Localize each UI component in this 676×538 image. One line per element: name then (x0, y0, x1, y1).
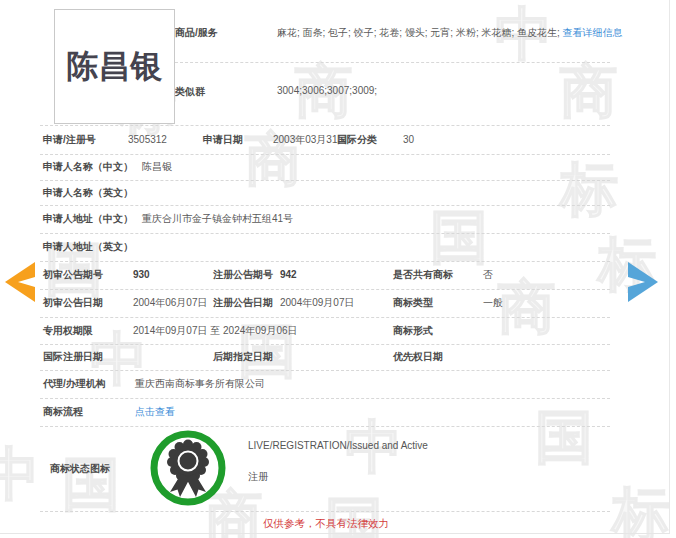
page-right-border (669, 0, 670, 533)
rosette-award-icon (148, 428, 228, 508)
table-row: 申请人地址（英文） (40, 233, 610, 262)
watermark-glyph: 标 (612, 485, 670, 538)
field-value: 30 (403, 126, 414, 154)
watermark-glyph: 中 (0, 445, 40, 503)
trademark-detail-page: 中 商 商 标 商 标 国 国 标 商 国 中 中 国 中 国 商 国 标 陈昌… (0, 0, 676, 538)
click-to-view-link[interactable]: 点击查看 (135, 398, 175, 426)
field-value: 942 (280, 261, 297, 289)
field-label: 申请人名称（英文） (43, 180, 133, 205)
similar-group-value: 3004;3006;3007;3009; (277, 85, 377, 96)
field-label: 后期指定日期 (213, 344, 273, 370)
table-row: 申请人名称（英文） (40, 180, 610, 206)
disclaimer-text: 仅供参考，不具有法律效力 (263, 517, 389, 531)
status-text-english: LIVE/REGISTRATION/Issued and Active (248, 439, 428, 453)
goods-services-value: 麻花; 面条; 包子; 饺子; 花卷; 馒头; 元宵; 米粉; 米花糖; 鱼皮花… (277, 26, 623, 40)
table-row: 国际注册日期 后期指定日期 优先权日期 (40, 344, 610, 371)
field-value: 2004年09月07日 (280, 289, 355, 317)
field-value: 陈昌银 (142, 154, 172, 180)
field-label: 优先权日期 (393, 344, 443, 370)
previous-arrow-icon[interactable] (5, 262, 35, 302)
table-row: 申请/注册号 3505312 申请日期 2003年03月31日 国际分类 30 (40, 126, 610, 155)
field-label: 注册公告期号 (213, 261, 273, 289)
status-text-chinese: 注册 (248, 470, 268, 484)
field-value: 2004年06月07日 (133, 289, 208, 317)
status-badge (148, 428, 228, 538)
field-label: 代理/办理机构 (43, 370, 106, 398)
next-arrow-icon[interactable] (628, 262, 658, 302)
field-label: 商标类型 (393, 289, 433, 317)
field-label: 注册公告日期 (213, 289, 273, 317)
separator-line (175, 62, 610, 63)
table-row: 初审公告日期 2004年06月07日 注册公告日期 2004年09月07日 商标… (40, 289, 610, 318)
field-label: 申请人名称（中文） (43, 154, 133, 180)
page-bottom-border (0, 533, 670, 534)
field-value: 重庆西南商标事务所有限公司 (135, 370, 265, 398)
trademark-image: 陈昌银 (54, 9, 175, 124)
field-label: 国际注册日期 (43, 344, 103, 370)
watermark-glyph: 商 (560, 62, 618, 120)
field-label: 初审公告日期 (43, 289, 103, 317)
similar-group-label: 类似群 (175, 85, 205, 99)
field-value: 否 (483, 261, 493, 289)
table-row: 申请人名称（中文） 陈昌银 (40, 154, 610, 181)
table-row: 申请人地址（中文） 重庆合川市金子镇金钟村五组41号 (40, 205, 610, 234)
field-value: 重庆合川市金子镇金钟村五组41号 (142, 205, 293, 233)
field-value: 3505312 (128, 126, 167, 154)
field-label: 商标形式 (393, 317, 433, 344)
field-label: 是否共有商标 (393, 261, 453, 289)
field-value: 2014年09月07日 至 2024年09月06日 (133, 317, 298, 344)
field-label: 申请人地址（中文） (43, 205, 133, 233)
field-label: 国际分类 (337, 126, 377, 154)
table-row-status: 商标状态图标 LIVE/REGISTRATION/Issu (40, 426, 610, 512)
field-label: 初审公告期号 (43, 261, 103, 289)
table-row: 商标流程 点击查看 (40, 398, 610, 427)
goods-services-label: 商品/服务 (175, 26, 218, 40)
field-value: 930 (133, 261, 150, 289)
field-label: 申请日期 (203, 126, 243, 154)
field-label: 商标状态图标 (50, 426, 110, 511)
field-value: 一般 (483, 289, 503, 317)
table-row: 专用权期限 2014年09月07日 至 2024年09月06日 商标形式 (40, 317, 610, 345)
field-label: 申请人地址（英文） (43, 233, 133, 261)
table-row: 代理/办理机构 重庆西南商标事务所有限公司 (40, 370, 610, 399)
view-detail-link[interactable]: 查看详细信息 (563, 27, 623, 38)
field-label: 申请/注册号 (43, 126, 96, 154)
field-label: 专用权期限 (43, 317, 93, 344)
trademark-name-text: 陈昌银 (67, 45, 163, 89)
goods-services-list: 麻花; 面条; 包子; 饺子; 花卷; 馒头; 元宵; 米粉; 米花糖; 鱼皮花… (277, 27, 560, 38)
field-label: 商标流程 (43, 398, 83, 426)
table-row: 初审公告期号 930 注册公告期号 942 是否共有商标 否 (40, 261, 610, 290)
